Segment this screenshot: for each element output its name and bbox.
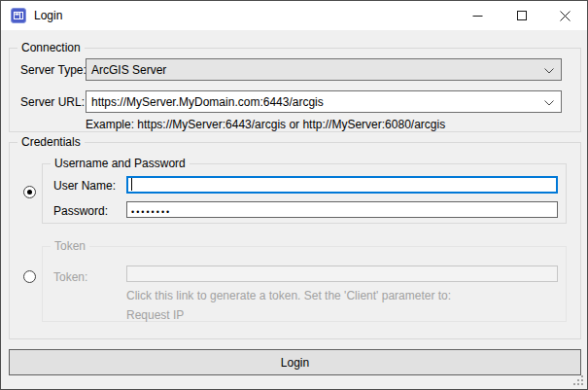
server-url-combobox[interactable]: https://MyServer.MyDomain.com:6443/arcgi… [86, 90, 562, 113]
password-label: Password: [53, 204, 108, 218]
credentials-group-legend: Credentials [17, 135, 85, 150]
token-input [126, 266, 558, 282]
user-name-label: User Name: [53, 179, 116, 193]
server-type-dropdown[interactable]: ArcGIS Server [86, 58, 562, 81]
chevron-down-icon [544, 100, 554, 106]
radio-username-password[interactable] [23, 186, 36, 198]
maximize-button[interactable] [500, 1, 543, 30]
server-url-label: Server URL: [20, 95, 85, 109]
username-password-group-legend: Username and Password [51, 157, 190, 171]
password-input[interactable] [126, 201, 558, 218]
maximize-icon [517, 11, 527, 20]
token-group-legend: Token [51, 239, 89, 254]
user-name-input[interactable] [126, 176, 558, 194]
token-request-ip-link: Request IP [126, 308, 184, 322]
connection-group-legend: Connection [17, 41, 85, 55]
token-help-text: Click this link to generate a token. Set… [126, 289, 451, 302]
username-password-group: Username and Password User Name: Passwor… [42, 163, 567, 224]
close-icon [560, 11, 571, 21]
token-group: Token Token: Click this link to generate… [42, 246, 567, 322]
minimize-button[interactable] [456, 1, 500, 30]
resize-grip[interactable] [571, 373, 584, 386]
login-button[interactable]: Login [9, 349, 581, 375]
chevron-down-icon [544, 68, 554, 74]
server-type-label: Server Type: [20, 63, 86, 77]
text-caret [131, 178, 132, 191]
window-title: Login [34, 9, 62, 22]
titlebar[interactable]: Login [1, 1, 587, 30]
minimize-icon [472, 11, 483, 21]
server-url-value: https://MyServer.MyDomain.com:6443/arcgi… [91, 95, 324, 109]
connection-group: Connection Server Type: ArcGIS Server Se… [9, 48, 581, 132]
token-label: Token: [53, 270, 87, 284]
credentials-group: Credentials Username and Password User N… [9, 142, 581, 339]
server-type-value: ArcGIS Server [91, 63, 166, 77]
server-url-example-text: Example: https://MyServer:6443/arcgis or… [86, 118, 445, 131]
radio-token[interactable] [23, 270, 36, 283]
close-button[interactable] [543, 1, 587, 30]
form-icon [11, 8, 26, 23]
login-dialog: Login Connection Server Type: ArcGIS Ser… [0, 0, 588, 390]
login-button-label: Login [281, 356, 309, 370]
